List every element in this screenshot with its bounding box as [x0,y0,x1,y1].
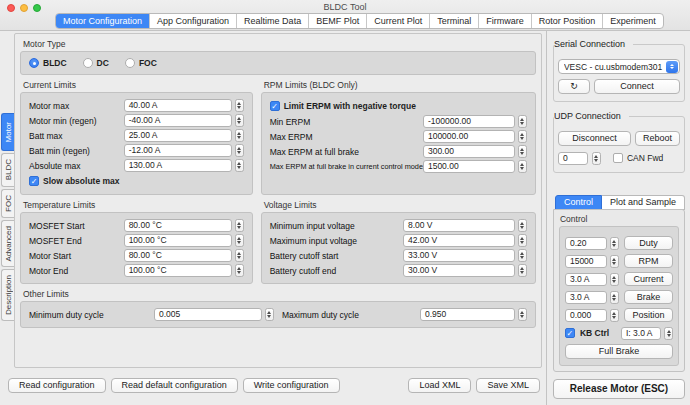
stepper-up-icon[interactable] [267,311,271,314]
connect-button[interactable]: Connect [594,79,680,94]
stepper[interactable] [518,219,527,232]
side-tab-foc[interactable]: FOC [1,189,14,218]
can-id-input[interactable]: 0 [558,152,588,165]
stepper-down-icon[interactable] [520,167,524,170]
min-erpm-input[interactable]: -100000.00 [423,115,515,128]
motor-min-input[interactable]: -40.00 A [124,114,232,127]
tab-rotor-position[interactable]: Rotor Position [531,14,603,28]
stepper[interactable] [265,308,274,321]
stepper-down-icon[interactable] [520,226,524,229]
stepper[interactable] [235,249,244,262]
tab-motor-configuration[interactable]: Motor Configuration [56,14,149,28]
stepper-down-icon[interactable] [237,136,241,139]
full-brake-button[interactable]: Full Brake [565,344,673,359]
battery-cutoff-start-input[interactable]: 33.00 V [403,249,515,262]
tab-terminal[interactable]: Terminal [429,14,478,28]
tab-plot-and-sample[interactable]: Plot and Sample [602,195,685,210]
stepper-down-icon[interactable] [594,159,598,162]
stepper-down-icon[interactable] [237,226,241,229]
radio-bldc[interactable]: BLDC [29,58,67,68]
stepper[interactable] [518,264,527,277]
stepper-down-icon[interactable] [520,256,524,259]
stepper-down-icon[interactable] [612,262,616,265]
stepper[interactable] [664,327,673,340]
stepper-up-icon[interactable] [237,147,241,150]
batt-min-input[interactable]: -12.00 A [124,144,232,157]
side-tab-motor[interactable]: Motor [1,113,14,151]
tab-firmware[interactable]: Firmware [478,14,531,28]
stepper-down-icon[interactable] [520,315,524,318]
stepper-up-icon[interactable] [520,222,524,225]
brake-button[interactable]: Brake [624,290,673,304]
stepper-down-icon[interactable] [237,121,241,124]
stepper-up-icon[interactable] [237,162,241,165]
disconnect-button[interactable]: Disconnect [558,131,631,146]
serial-port-select[interactable]: VESC - cu.usbmodem301 [558,59,680,74]
limit-erpm-checkbox[interactable]: ✓ [270,101,280,111]
stepper-up-icon[interactable] [520,148,524,151]
read-default-configuration-button[interactable]: Read default configuration [111,378,238,393]
max-input-voltage-input[interactable]: 42.00 V [403,234,515,247]
position-input[interactable]: 0.000 [565,309,607,322]
stepper-up-icon[interactable] [237,117,241,120]
stepper-up-icon[interactable] [237,252,241,255]
stepper-down-icon[interactable] [237,241,241,244]
stepper-up-icon[interactable] [237,132,241,135]
write-configuration-button[interactable]: Write configuration [243,378,340,393]
stepper-down-icon[interactable] [237,256,241,259]
position-button[interactable]: Position [624,308,673,322]
kb-current-input[interactable]: I: 3.0 A [621,327,661,340]
stepper-down-icon[interactable] [520,122,524,125]
stepper-down-icon[interactable] [520,241,524,244]
stepper-up-icon[interactable] [667,330,671,333]
save-xml-button[interactable]: Save XML [476,378,540,393]
stepper-up-icon[interactable] [520,252,524,255]
brake-input[interactable]: 3.0 A [565,291,607,304]
tab-experiment[interactable]: Experiment [602,14,663,28]
stepper-up-icon[interactable] [612,240,616,243]
radio-foc[interactable]: FOC [125,58,157,68]
minimize-button[interactable] [20,4,28,12]
stepper[interactable] [235,219,244,232]
stepper-up-icon[interactable] [520,163,524,166]
stepper-up-icon[interactable] [520,311,524,314]
stepper[interactable] [610,291,619,304]
stepper[interactable] [235,159,244,172]
stepper-down-icon[interactable] [612,244,616,247]
stepper-down-icon[interactable] [612,298,616,301]
mosfet-start-input[interactable]: 80.00 °C [124,219,232,232]
kb-ctrl-checkbox[interactable]: ✓ [565,328,575,338]
stepper-up-icon[interactable] [520,267,524,270]
reboot-button[interactable]: Reboot [635,131,680,146]
stepper-up-icon[interactable] [612,258,616,261]
batt-max-input[interactable]: 25.00 A [124,129,232,142]
stepper[interactable] [518,115,527,128]
stepper-down-icon[interactable] [612,316,616,319]
stepper-up-icon[interactable] [237,267,241,270]
side-tab-description[interactable]: Description [1,269,14,321]
stepper-down-icon[interactable] [667,334,671,337]
max-erpm-cc-input[interactable]: 1500.00 [423,160,515,173]
load-xml-button[interactable]: Load XML [408,378,471,393]
stepper-up-icon[interactable] [237,222,241,225]
stepper-down-icon[interactable] [520,137,524,140]
stepper[interactable] [518,160,527,173]
stepper[interactable] [610,237,619,250]
refresh-button[interactable]: ↻ [558,79,590,94]
rpm-input[interactable]: 15000 [565,255,607,268]
release-motor-button[interactable]: Release Motor (ESC) [553,379,685,399]
slow-absolute-max-checkbox[interactable]: ✓ [29,176,39,186]
tab-current-plot[interactable]: Current Plot [366,14,429,28]
stepper[interactable] [518,234,527,247]
stepper[interactable] [518,145,527,158]
duty-button[interactable]: Duty [624,236,673,250]
stepper-up-icon[interactable] [612,294,616,297]
radio-icon[interactable] [125,58,135,68]
stepper[interactable] [235,264,244,277]
stepper-down-icon[interactable] [520,271,524,274]
motor-max-input[interactable]: 40.00 A [124,99,232,112]
max-erpm-full-brake-input[interactable]: 300.00 [423,145,515,158]
max-erpm-input[interactable]: 100000.00 [423,130,515,143]
read-configuration-button[interactable]: Read configuration [8,378,106,393]
stepper[interactable] [235,114,244,127]
